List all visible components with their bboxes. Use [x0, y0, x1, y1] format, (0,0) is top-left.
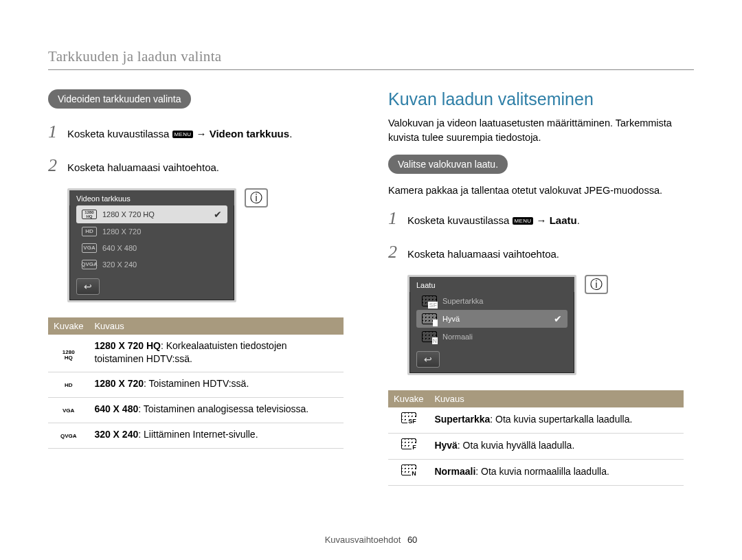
step-bold: Videon tarkkuus — [210, 128, 289, 139]
back-button[interactable]: ↩ — [76, 278, 100, 295]
mock-option-label: Hyvä — [442, 315, 460, 323]
right-note: Kamera pakkaa ja tallentaa otetut valoku… — [388, 183, 694, 198]
right-screen-mock: Laatu Supertarkka Hyvä ✔ — [407, 275, 694, 375]
table-row: HD 1280 X 720: Toistaminen HDTV:ssä. — [48, 372, 344, 397]
resolution-icon: QVGA — [59, 431, 78, 442]
mock-title: Videon tarkkuus — [69, 190, 234, 205]
table-row: VGA 640 X 480: Toistaminen analogisessa … — [48, 397, 344, 423]
step-bold: Laatu — [550, 214, 577, 226]
step-text: . — [289, 128, 292, 139]
mock-option-label: Normaali — [442, 333, 473, 341]
mock-option[interactable]: VGA 640 X 480 — [76, 240, 227, 256]
step-number: 1 — [48, 118, 60, 145]
right-desc-table: Kuvake Kuvaus Supertarkka: Ota kuvia sup… — [388, 390, 684, 486]
mock-option[interactable]: Normaali — [416, 328, 567, 346]
menu-icon: MENU — [172, 131, 194, 138]
check-icon: ✔ — [554, 313, 562, 324]
th-icon: Kuvake — [388, 390, 429, 407]
table-row: 1280HQ 1280 X 720 HQ: Korkealaatuisten t… — [48, 335, 344, 372]
mock-option[interactable]: Supertarkka — [416, 292, 567, 310]
quality-icon — [422, 313, 437, 324]
step-number: 1 — [388, 205, 401, 232]
resolution-icon: 1280HQ — [59, 350, 78, 361]
right-step-2: 2 Kosketa haluamaasi vaihtoehtoa. — [388, 238, 694, 265]
right-intro: Valokuvan ja videon laatuasetusten määri… — [388, 116, 694, 145]
step-number: 2 — [388, 238, 401, 265]
mock-option-label: 320 X 240 — [102, 260, 137, 269]
quality-icon — [422, 295, 437, 306]
resolution-icon: HD — [82, 227, 97, 236]
resolution-icon: 1280HQ — [82, 210, 97, 219]
quality-icon — [401, 464, 416, 475]
mock-option[interactable]: 1280HQ 1280 X 720 HQ ✔ — [76, 205, 227, 223]
info-button[interactable]: ⓘ — [585, 275, 608, 294]
step-text: Kosketa kuvaustilassa — [67, 128, 172, 139]
menu-icon: MENU — [513, 217, 534, 225]
right-column: Kuvan laadun valitseminen Valokuvan ja v… — [388, 89, 694, 486]
quality-icon — [401, 438, 416, 449]
check-icon: ✔ — [214, 209, 222, 220]
left-screen-mock: Videon tarkkuus 1280HQ 1280 X 720 HQ ✔ H… — [67, 188, 354, 302]
page-number: 60 — [407, 535, 417, 545]
mock-option[interactable]: QVGA 320 X 240 — [76, 256, 227, 273]
step-text: → — [193, 128, 209, 139]
step-text: Kosketa haluamaasi vaihtoehtoa. — [407, 247, 694, 262]
mock-option-label: 640 X 480 — [102, 244, 137, 252]
th-desc: Kuvaus — [89, 317, 344, 335]
step-text: → — [533, 214, 549, 226]
table-row: Supertarkka: Ota kuvia supertarkalla laa… — [388, 407, 684, 433]
breadcrumb: Tarkkuuden ja laadun valinta — [48, 48, 694, 65]
step-number: 2 — [48, 152, 60, 179]
mock-option-label: Supertarkka — [442, 297, 483, 305]
quality-icon — [422, 331, 437, 342]
left-step-1: 1 Kosketa kuvaustilassa MENU → Videon ta… — [48, 118, 354, 145]
right-heading: Kuvan laadun valitseminen — [388, 89, 694, 109]
divider — [48, 69, 694, 70]
right-step-1: 1 Kosketa kuvaustilassa MENU → Laatu. — [388, 205, 694, 232]
left-subheading-pill: Videoiden tarkkuuden valinta — [48, 89, 191, 109]
left-step-2: 2 Kosketa haluamaasi vaihtoehtoa. — [48, 152, 354, 179]
quality-icon — [401, 412, 416, 423]
resolution-icon: VGA — [59, 405, 78, 416]
page-footer: Kuvausvaihtoehdot 60 — [0, 535, 742, 545]
resolution-icon: HD — [59, 380, 78, 391]
mock-option[interactable]: HD 1280 X 720 — [76, 223, 227, 240]
footer-section: Kuvausvaihtoehdot — [325, 535, 401, 545]
step-text: Kosketa kuvaustilassa — [407, 214, 513, 226]
table-row: Hyvä: Ota kuvia hyvällä laadulla. — [388, 433, 684, 459]
step-text: . — [577, 214, 580, 226]
left-column: Videoiden tarkkuuden valinta 1 Kosketa k… — [48, 89, 354, 486]
step-text: Kosketa haluamaasi vaihtoehtoa. — [67, 160, 354, 176]
mock-option[interactable]: Hyvä ✔ — [416, 310, 567, 328]
mock-title: Laatu — [409, 277, 574, 292]
th-icon: Kuvake — [48, 317, 89, 335]
mock-option-label: 1280 X 720 HQ — [102, 210, 155, 219]
left-desc-table: Kuvake Kuvaus 1280HQ 1280 X 720 HQ: Kork… — [48, 317, 344, 449]
back-button[interactable]: ↩ — [416, 351, 440, 368]
table-row: Normaali: Ota kuvia normaalilla laadulla… — [388, 459, 684, 485]
info-button[interactable]: ⓘ — [245, 188, 268, 208]
right-subheading-pill: Valitse valokuvan laatu. — [388, 155, 508, 174]
resolution-icon: VGA — [82, 243, 97, 253]
mock-option-label: 1280 X 720 — [102, 227, 141, 236]
th-desc: Kuvaus — [429, 390, 684, 407]
table-row: QVGA 320 X 240: Liittäminen Internet-siv… — [48, 423, 344, 448]
resolution-icon: QVGA — [82, 260, 97, 269]
